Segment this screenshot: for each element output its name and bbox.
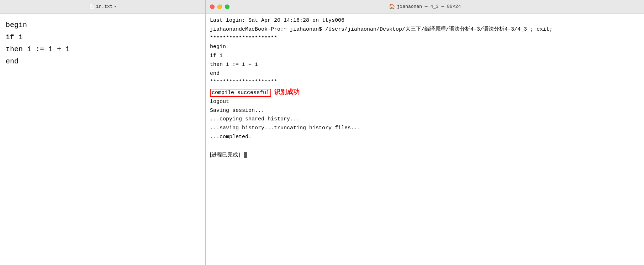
terminal-line-copying: ...copying shared history... (210, 116, 300, 122)
editor-filename: in.txt (96, 4, 113, 9)
terminal-line-stars1: ********************* (210, 35, 277, 41)
editor-content[interactable]: beginif ithen i := i + iend (0, 14, 205, 265)
editor-line-2: if i (6, 31, 200, 43)
editor-line-3: then i := i + i (6, 43, 200, 56)
terminal-line-if: if i (210, 53, 223, 59)
terminal-line-login: Last login: Sat Apr 20 14:16:28 on ttys0… (210, 17, 344, 24)
compile-line: compile successful识别成功 (210, 90, 300, 96)
terminal-line-completed: ...completed. (210, 134, 252, 140)
minimize-button[interactable] (217, 4, 222, 9)
terminal-title: 🏠 jiahaonan — 4_3 — 80×24 (389, 4, 461, 10)
traffic-lights (210, 4, 229, 9)
editor-line-1: begin (6, 19, 200, 31)
editor-panel: 📄 in.txt ▾ beginif ithen i := i + iend (0, 0, 206, 265)
editor-line-4: end (6, 56, 200, 68)
terminal-panel: 🏠 jiahaonan — 4_3 — 80×24 Last login: Sa… (206, 0, 644, 265)
terminal-title-text: jiahaonan — 4_3 — 80×24 (397, 4, 461, 9)
terminal-titlebar: 🏠 jiahaonan — 4_3 — 80×24 (206, 0, 644, 14)
terminal-line-end: end (210, 71, 220, 77)
terminal-line-logout: logout (210, 99, 229, 105)
maximize-button[interactable] (225, 4, 229, 9)
home-icon: 🏠 (389, 4, 395, 10)
terminal-line-prompt: jiahaonandeMacBook-Pro:~ jiahaonan$ /Use… (210, 26, 553, 32)
terminal-cursor (244, 152, 247, 158)
terminal-line-stars2: ********************* (210, 79, 277, 85)
terminal-line-begin: begin (210, 44, 226, 50)
terminal-line-saving-history: ...saving history...truncating history f… (210, 125, 360, 131)
editor-titlebar: 📄 in.txt ▾ (0, 0, 205, 14)
dropdown-arrow[interactable]: ▾ (114, 4, 117, 9)
terminal-content[interactable]: Last login: Sat Apr 20 14:16:28 on ttys0… (206, 14, 644, 265)
file-icon: 📄 (89, 4, 95, 10)
terminal-line-then: then i := i + i (210, 62, 258, 68)
compile-successful-badge: compile successful (210, 89, 271, 97)
recognize-success-label: 识别成功 (274, 88, 300, 95)
terminal-line-saving: Saving session... (210, 108, 264, 114)
close-button[interactable] (210, 4, 215, 9)
terminal-line-process-complete: [进程已完成］ (210, 151, 247, 157)
editor-title: 📄 in.txt ▾ (89, 4, 116, 10)
